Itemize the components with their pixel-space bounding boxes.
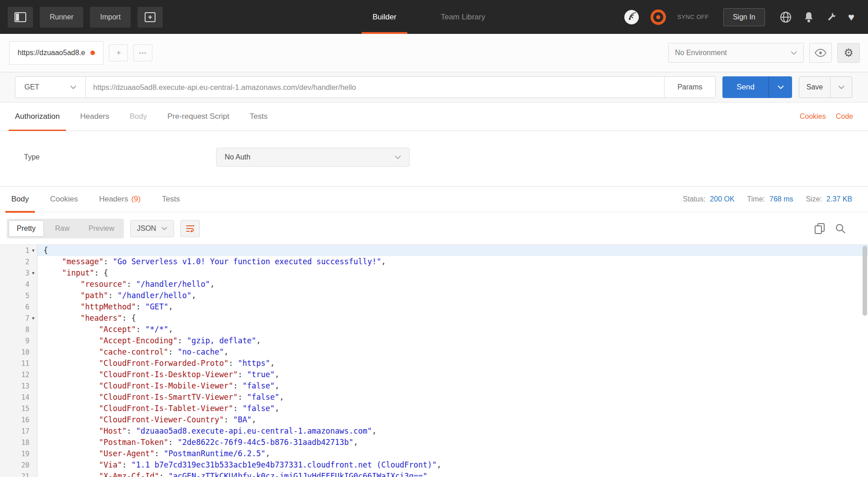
line-number-gutter: 13 — [0, 380, 38, 392]
response-body-editor[interactable]: 1▾{2 "message": "Go Serverless v1.0! You… — [0, 244, 868, 477]
response-tab-body[interactable]: Body — [5, 186, 35, 212]
code-line: 21 "X-Amz-Cf-Id": "acGEN-zTTkCKU4bfv-k0c… — [0, 471, 868, 477]
cookies-link[interactable]: Cookies — [800, 112, 826, 121]
code-line: 9 "Accept-Encoding": "gzip, deflate", — [0, 335, 868, 346]
tab-strip: https://dzuaao5ad8.e + ••• No Environmen… — [0, 34, 868, 72]
line-number-gutter: 9 — [0, 335, 38, 346]
send-button[interactable]: Send — [722, 76, 769, 98]
view-mode-raw[interactable]: Raw — [47, 220, 77, 237]
code-line: 6 "httpMethod": "GET", — [0, 301, 868, 313]
line-number: 13 — [21, 382, 29, 390]
fold-arrow-icon[interactable]: ▾ — [29, 245, 37, 256]
line-number: 18 — [21, 439, 29, 447]
editor-lines: 1▾{2 "message": "Go Serverless v1.0! You… — [0, 245, 868, 477]
tab-tests[interactable]: Tests — [243, 103, 274, 131]
code-line: 20 "Via": "1.1 b7e7cd319ec31b533acb1e9e4… — [0, 459, 868, 471]
response-meta: Status: 200 OK Time: 768 ms Size: 2.37 K… — [683, 195, 852, 203]
line-number: 8 — [25, 326, 29, 334]
wrap-text-button[interactable] — [180, 220, 200, 237]
heart-icon[interactable]: ♥ — [848, 12, 854, 23]
line-number-gutter: 17 — [0, 426, 38, 437]
settings-button[interactable]: ⚙ — [837, 43, 860, 63]
chevron-down-icon — [778, 85, 784, 89]
tab-team-library[interactable]: Team Library — [430, 0, 496, 34]
sign-in-button[interactable]: Sign In — [723, 8, 765, 26]
topbar-right: SYNC OFF Sign In — [624, 8, 854, 26]
notifications-bell-icon[interactable] — [803, 11, 815, 23]
chevron-down-icon — [70, 85, 76, 89]
settings-wrench-icon[interactable] — [826, 11, 837, 23]
code-link[interactable]: Code — [836, 112, 853, 121]
line-number-gutter: 12 — [0, 369, 38, 380]
line-number-gutter: 16 — [0, 414, 38, 426]
tab-team-library-label: Team Library — [441, 13, 485, 22]
copy-icon[interactable] — [814, 223, 825, 234]
code-text: "User-Agent": "PostmanRuntime/6.2.5", — [38, 448, 868, 459]
new-window-button[interactable] — [137, 7, 163, 28]
params-button[interactable]: Params — [664, 77, 715, 98]
save-button[interactable]: Save — [799, 77, 830, 98]
environment-preview-button[interactable] — [809, 43, 832, 63]
view-mode-preview[interactable]: Preview — [81, 220, 122, 237]
response-tab-tests[interactable]: Tests — [156, 186, 186, 212]
code-text: { — [38, 245, 868, 256]
scrollbar-thumb[interactable] — [863, 246, 867, 316]
status-value: 200 OK — [710, 195, 734, 203]
proxy-satellite-icon[interactable] — [624, 9, 639, 25]
view-mode-pretty[interactable]: Pretty — [9, 220, 44, 237]
tab-builder[interactable]: Builder — [362, 0, 407, 34]
tab-headers[interactable]: Headers — [74, 103, 115, 131]
line-number-gutter: 1▾ — [0, 245, 38, 256]
line-number-gutter: 21 — [0, 471, 38, 477]
fold-arrow-icon[interactable]: ▾ — [29, 313, 37, 324]
view-mode-preview-label: Preview — [89, 224, 114, 232]
method-selector[interactable]: GET — [15, 77, 86, 98]
chevron-down-icon — [791, 51, 797, 55]
sync-status-label: SYNC OFF — [677, 14, 709, 20]
search-icon[interactable] — [835, 223, 846, 234]
new-window-icon — [145, 12, 156, 22]
send-button-group: Send — [722, 76, 792, 98]
save-button-label: Save — [807, 83, 823, 91]
runner-button-label: Runner — [50, 13, 73, 21]
tab-authorization[interactable]: Authorization — [9, 103, 66, 131]
code-line: 17 "Host": "dzuaao5ad8.execute-api.eu-ce… — [0, 426, 868, 437]
auth-type-selector[interactable]: No Auth — [216, 148, 410, 167]
save-options-button[interactable] — [830, 77, 852, 98]
tab-strip-right: No Environment ⚙ — [668, 43, 860, 63]
topbar-left: Runner Import — [8, 7, 163, 28]
more-tabs-button[interactable]: ••• — [133, 44, 152, 61]
new-tab-button[interactable]: + — [109, 44, 128, 61]
tab-pre-request-script[interactable]: Pre-request Script — [161, 103, 236, 131]
url-input[interactable] — [86, 77, 664, 98]
code-line: 7▾ "headers": { — [0, 313, 868, 324]
line-number: 20 — [21, 461, 29, 469]
eye-icon — [815, 49, 826, 57]
authorization-pane: Type No Auth — [0, 131, 868, 186]
code-text: "Accept-Encoding": "gzip, deflate", — [38, 335, 868, 346]
response-tab-headers[interactable]: Headers (9) — [93, 186, 146, 212]
code-line: 13 "CloudFront-Is-Mobile-Viewer": "false… — [0, 380, 868, 392]
runner-button[interactable]: Runner — [40, 7, 83, 28]
environment-selector[interactable]: No Environment — [668, 43, 804, 63]
request-links: Cookies Code — [800, 112, 853, 121]
fold-arrow-icon[interactable]: ▾ — [29, 267, 37, 279]
code-line: 1▾{ — [0, 245, 868, 256]
tab-body[interactable]: Body — [123, 103, 154, 131]
headers-count-badge: (9) — [131, 195, 141, 204]
code-text: "cache-control": "no-cache", — [38, 346, 868, 358]
postman-app: Runner Import Builder Team Library — [0, 0, 868, 477]
sync-target-icon[interactable] — [650, 9, 666, 25]
import-button[interactable]: Import — [90, 7, 130, 28]
format-selector[interactable]: JSON — [130, 220, 175, 237]
tab-body-label: Body — [130, 112, 147, 121]
request-tab[interactable]: https://dzuaao5ad8.e — [9, 41, 104, 65]
send-options-button[interactable] — [769, 76, 792, 98]
line-number: 3 — [25, 269, 29, 277]
globe-icon[interactable] — [779, 11, 792, 23]
line-number-gutter: 20 — [0, 459, 38, 471]
sidebar-toggle-button[interactable] — [8, 7, 33, 28]
editor-scrollbar[interactable] — [863, 246, 867, 476]
response-tab-cookies[interactable]: Cookies — [44, 186, 84, 212]
params-button-label: Params — [677, 83, 702, 91]
